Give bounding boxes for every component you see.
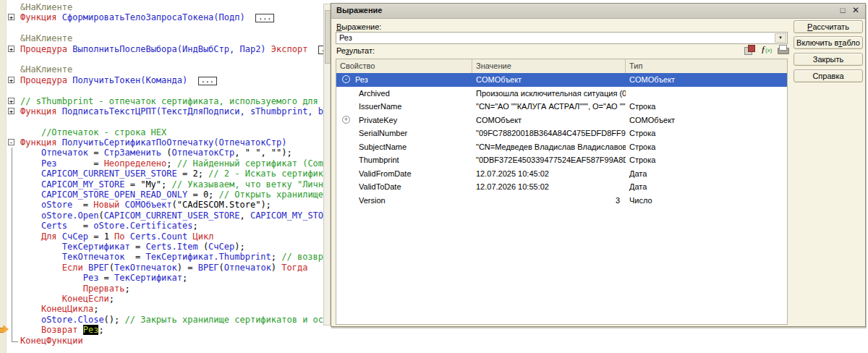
collapsed-code-icon[interactable]: ... (198, 77, 217, 85)
fold-expand-icon[interactable]: + (8, 14, 14, 20)
fold-expand-icon[interactable]: + (8, 108, 14, 114)
dialog-titlebar[interactable]: Выражение □ ✕ (331, 4, 865, 19)
code-token: ; (93, 304, 98, 314)
code-block-line (12, 169, 12, 179)
code-token: = (67, 221, 93, 231)
code-token: ТекСертификат (62, 242, 130, 252)
code-block-line (12, 231, 12, 242)
code-token: СтрЗаменить (104, 148, 161, 158)
code-token: oStore.Certificates (93, 221, 192, 231)
code-gutter (0, 273, 20, 283)
code-token: // sThumbprint - отпечаток сертификата, … (20, 96, 333, 106)
table-row[interactable]: ArchivedПроизошла исключительная ситуаци… (336, 87, 787, 101)
code-block-line (12, 263, 12, 273)
calculate-button[interactable]: Рассчитать (793, 20, 863, 33)
code-gutter: + (0, 106, 20, 116)
code-token: , (239, 210, 250, 221)
property-cell: ValidFromDate (336, 169, 472, 178)
code-gutter (0, 116, 20, 127)
code-block-line (12, 252, 12, 262)
code-gutter (0, 252, 20, 262)
code-token (57, 106, 62, 116)
fold-expand-icon[interactable]: + (8, 46, 14, 52)
code-token: &НаКлиенте (20, 2, 72, 12)
value-cell: 12.07.2026 10:55:02 (472, 182, 626, 191)
code-gutter (0, 169, 20, 179)
table-row[interactable]: SerialNumber"09FC78820018B364A84C475EDFD… (336, 127, 787, 140)
collapsed-code-icon[interactable]: ... (255, 14, 274, 22)
value-cell: "0DBF372E450339477524EAF587F99A8D141... (472, 156, 626, 164)
help-button[interactable]: Справка (793, 69, 863, 82)
type-cell: Дата (626, 182, 787, 191)
type-cell: Дата (626, 169, 787, 178)
code-token: ПолучитьТокен(Команда) (72, 75, 187, 85)
code-block-line (12, 242, 12, 252)
code-token (20, 221, 41, 231)
code-token (245, 12, 255, 22)
table-row[interactable]: ValidToDate12.07.2026 10:55:02Дата (336, 180, 787, 194)
fold-expand-icon[interactable]: + (8, 98, 14, 104)
code-block-line (12, 294, 12, 304)
code-token: COMОбъект (125, 200, 172, 210)
code-token: Неопределено (104, 158, 167, 169)
code-gutter (0, 85, 20, 95)
table-row[interactable]: -РезCOMОбъектCOMОбъект (336, 73, 787, 87)
table-row[interactable]: SubjectName"CN=Медведев Владислав Владис… (336, 140, 787, 154)
code-token: CAPICOM_MY_STORE (250, 210, 334, 221)
value-cell: "CN=Медведев Владислав Владиславович, ..… (472, 143, 626, 151)
scrollbar-thumb[interactable] (325, 10, 331, 64)
maximize-icon[interactable]: □ (837, 5, 848, 16)
code-token (20, 127, 41, 137)
code-token: ( (98, 210, 103, 221)
close-icon[interactable]: ✕ (850, 5, 861, 16)
column-header-property[interactable]: Свойство (336, 59, 472, 73)
table-row[interactable]: Thumbprint"0DBF372E450339477524EAF587F99… (336, 153, 787, 167)
code-gutter (0, 23, 20, 33)
code-block-line (12, 273, 12, 283)
code-gutter (0, 190, 20, 200)
column-header-value[interactable]: Значение (472, 59, 626, 73)
code-block-line (12, 148, 12, 158)
code-token (83, 263, 88, 273)
code-gutter (0, 221, 20, 231)
vertical-scrollbar[interactable] (323, 4, 331, 326)
code-gutter (0, 179, 20, 190)
code-gutter (0, 127, 20, 137)
code-gutter (0, 284, 20, 294)
expression-combobox[interactable]: Рез ▼ (336, 32, 788, 44)
code-token: // Закрыть хранилище сертификатов и осво (125, 315, 334, 325)
result-label: Результат: (336, 46, 375, 55)
code-token: CAPICOM_CURRENT_USER_STORE (104, 210, 240, 221)
include-in-watch-button[interactable]: Включить в табло (793, 36, 863, 49)
code-token: = 2; (177, 169, 208, 179)
column-header-type[interactable]: Тип (626, 59, 787, 73)
code-token: ПодписатьТекстЦРПТ(ТекстДляПодписи, sThu… (62, 106, 334, 116)
code-block-line (12, 210, 12, 221)
code-gutter (0, 33, 20, 43)
code-token: Экспорт (271, 44, 308, 54)
dialog-title: Выражение (336, 6, 382, 14)
table-row[interactable]: +PrivateKeyCOMОбъектCOMОбъект (336, 114, 787, 127)
function-fx-icon[interactable]: ƒ(x) (761, 45, 772, 55)
table-row[interactable]: ValidFromDate12.07.2025 10:45:02Дата (336, 167, 787, 181)
code-token: По (114, 231, 124, 242)
property-cell: Рез (336, 75, 472, 84)
results-table: Свойство Значение Тип -РезCOMОбъектCOMОб… (336, 59, 788, 325)
code-token (266, 44, 271, 54)
table-row[interactable]: Version3Число (336, 194, 787, 208)
code-token: ТекОтпечаток (62, 252, 125, 262)
code-token: , " ", ""); (234, 148, 292, 158)
show-value-icon[interactable] (744, 45, 755, 55)
code-token: = 0; (187, 190, 218, 200)
type-cell: Строка (626, 143, 787, 151)
close-button[interactable]: Закрыть (793, 53, 863, 66)
fold-expand-icon[interactable]: + (8, 77, 14, 83)
table-row[interactable]: IssuerName"CN="АО ""КАЛУГА АСТРАЛ""", O=… (336, 100, 787, 114)
chevron-down-icon[interactable]: ▼ (775, 33, 786, 43)
code-token: Возврат (41, 325, 78, 335)
code-block-line (12, 190, 12, 200)
code-token: ( (198, 242, 208, 252)
code-token (119, 200, 124, 210)
print-icon[interactable] (778, 45, 788, 55)
fold-collapse-icon[interactable]: - (8, 139, 14, 145)
